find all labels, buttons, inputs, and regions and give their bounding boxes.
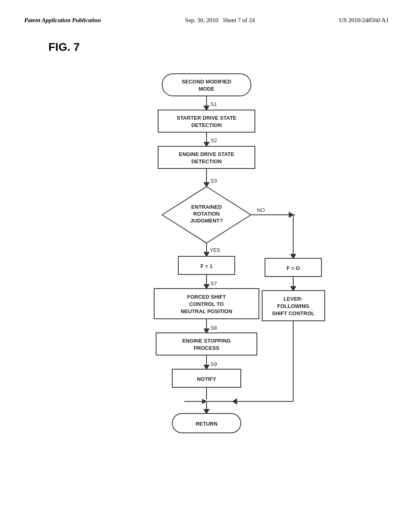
- svg-text:NOTIFY: NOTIFY: [197, 376, 216, 382]
- svg-text:ENTRAINED: ENTRAINED: [191, 204, 222, 210]
- svg-text:F = O: F = O: [287, 265, 300, 271]
- svg-text:DETECTION: DETECTION: [191, 158, 221, 164]
- svg-text:F = 1: F = 1: [200, 263, 213, 269]
- svg-text:FORCED SHIFT: FORCED SHIFT: [187, 294, 226, 300]
- svg-marker-11: [204, 142, 209, 146]
- svg-text:DETECTION: DETECTION: [191, 122, 221, 128]
- svg-marker-37: [204, 329, 209, 333]
- svg-text:S2: S2: [211, 137, 217, 143]
- patent-number: US 2010/248560 A1: [339, 17, 389, 23]
- svg-text:S1: S1: [211, 101, 217, 107]
- svg-text:S9: S9: [211, 361, 217, 367]
- svg-text:PROCESS: PROCESS: [194, 345, 219, 351]
- svg-marker-43: [204, 365, 209, 369]
- svg-marker-71: [233, 399, 237, 404]
- svg-marker-64: [291, 287, 296, 291]
- svg-text:STARTER DRIVE STATE: STARTER DRIVE STATE: [177, 115, 236, 121]
- svg-marker-50: [204, 409, 209, 414]
- svg-marker-5: [204, 106, 209, 110]
- flowchart-diagram: text { font-family: Arial, sans-serif; f…: [65, 66, 348, 489]
- svg-text:ENGINE DRIVE STATE: ENGINE DRIVE STATE: [179, 151, 234, 157]
- svg-text:ENGINE STOPPING: ENGINE STOPPING: [182, 338, 231, 344]
- svg-text:ROTATION: ROTATION: [193, 211, 220, 217]
- svg-text:S7: S7: [211, 281, 217, 287]
- sheet-label: Sheet 7 of 24: [223, 17, 255, 23]
- figure-label: FIG. 7: [48, 41, 389, 54]
- svg-text:NO: NO: [257, 207, 265, 213]
- svg-rect-12: [158, 146, 255, 168]
- date-label: Sep. 30, 2010: [185, 17, 219, 23]
- svg-marker-58: [291, 254, 296, 258]
- svg-text:CONTROL TO: CONTROL TO: [189, 301, 223, 307]
- svg-text:LEVER-: LEVER-: [284, 296, 303, 302]
- svg-rect-38: [156, 333, 257, 355]
- svg-text:S3: S3: [211, 178, 217, 184]
- svg-text:RETURN: RETURN: [196, 421, 217, 427]
- svg-text:SHIFT CONTROL: SHIFT CONTROL: [272, 310, 314, 316]
- svg-text:JUDGMENT?: JUDGMENT?: [190, 218, 223, 224]
- svg-text:MODE: MODE: [199, 86, 215, 92]
- svg-rect-6: [158, 110, 255, 132]
- svg-text:S8: S8: [211, 325, 217, 331]
- svg-marker-17: [204, 183, 209, 187]
- svg-marker-55: [289, 212, 293, 217]
- header-right: US 2010/248560 A1: [339, 16, 389, 25]
- page: Patent Application Publication Sep. 30, …: [0, 0, 413, 532]
- svg-text:YES: YES: [210, 247, 220, 253]
- svg-text:FOLLOWING: FOLLOWING: [277, 303, 309, 309]
- svg-rect-0: [162, 74, 251, 96]
- svg-marker-47: [202, 399, 206, 403]
- header: Patent Application Publication Sep. 30, …: [24, 16, 389, 25]
- header-left: Patent Application Publication: [24, 16, 101, 25]
- svg-marker-24: [204, 252, 209, 256]
- svg-text:SECOND MODIFIED: SECOND MODIFIED: [182, 79, 232, 85]
- header-center: Sep. 30, 2010 Sheet 7 of 24: [185, 16, 255, 25]
- svg-text:NEUTRAL POSITION: NEUTRAL POSITION: [181, 308, 232, 314]
- svg-marker-30: [204, 285, 209, 289]
- publication-label: Patent Application Publication: [24, 17, 101, 23]
